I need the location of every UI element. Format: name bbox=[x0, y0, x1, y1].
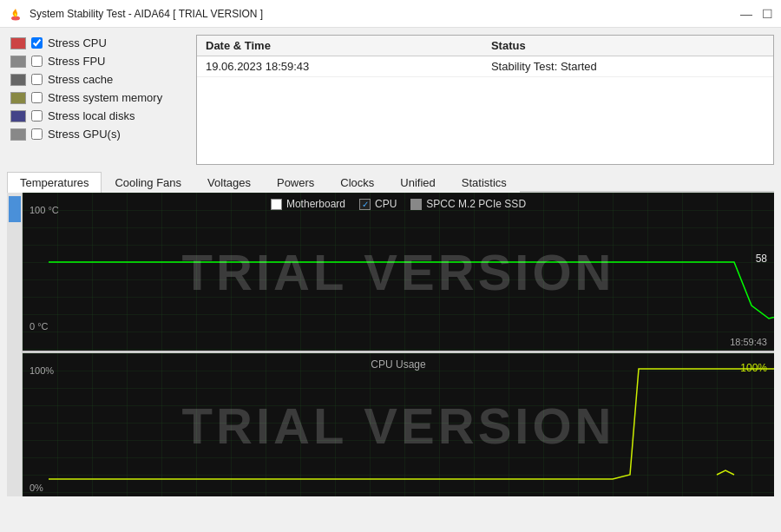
legend-item-0: Motherboard bbox=[271, 198, 345, 210]
legend-item-2: SPCC M.2 PCIe SSD bbox=[410, 198, 526, 210]
checkbox-panel: Stress CPUStress FPUStress cacheStress s… bbox=[7, 35, 189, 165]
checkbox-row-stress-memory[interactable]: Stress system memory bbox=[7, 89, 189, 106]
checkbox-input-stress-cpu[interactable] bbox=[31, 37, 43, 49]
tab-temperatures[interactable]: Temperatures bbox=[7, 172, 102, 193]
title-bar: System Stability Test - AIDA64 [ TRIAL V… bbox=[0, 0, 781, 28]
log-status: Stability Test: Started bbox=[482, 56, 773, 77]
checkbox-label-stress-gpus: Stress GPU(s) bbox=[48, 128, 121, 141]
legend-color-2 bbox=[410, 199, 422, 210]
main-content: Stress CPUStress FPUStress cacheStress s… bbox=[0, 28, 781, 503]
temp-chart: Motherboard✓CPUSPCC M.2 PCIe SSD bbox=[23, 193, 774, 353]
chart1-x-right: 18:59:43 bbox=[730, 337, 767, 347]
checkbox-label-stress-memory: Stress system memory bbox=[48, 91, 162, 104]
scroll-thumb[interactable] bbox=[9, 196, 21, 222]
chart2-title: CPU Usage bbox=[23, 358, 774, 371]
tab-clocks[interactable]: Clocks bbox=[327, 172, 387, 193]
log-row: 19.06.2023 18:59:43Stability Test: Start… bbox=[197, 56, 773, 77]
app-icon bbox=[9, 7, 23, 21]
tabs-bar: TemperaturesCooling FansVoltagesPowersCl… bbox=[7, 170, 774, 193]
svg-rect-4 bbox=[23, 353, 774, 496]
checkbox-icon-stress-gpus bbox=[10, 128, 26, 141]
cpu-chart-grid bbox=[23, 353, 774, 496]
checkbox-row-stress-disks[interactable]: Stress local disks bbox=[7, 108, 189, 124]
legend-label-2: SPCC M.2 PCIe SSD bbox=[426, 198, 526, 210]
checkbox-row-stress-cache[interactable]: Stress cache bbox=[7, 71, 189, 88]
col-datetime: Date & Time bbox=[197, 36, 482, 56]
col-status: Status bbox=[482, 36, 773, 56]
svg-rect-2 bbox=[23, 193, 774, 351]
maximize-button[interactable]: ☐ bbox=[762, 9, 772, 19]
checkbox-icon-stress-cpu bbox=[10, 37, 26, 49]
scroll-indicator[interactable] bbox=[7, 193, 23, 496]
title-bar-controls: — ☐ bbox=[741, 9, 772, 19]
chart2-y-bottom: 0% bbox=[30, 483, 43, 493]
top-section: Stress CPUStress FPUStress cacheStress s… bbox=[7, 35, 774, 165]
checkbox-label-stress-disks: Stress local disks bbox=[48, 109, 135, 122]
log-tbody: 19.06.2023 18:59:43Stability Test: Start… bbox=[197, 56, 773, 77]
legend-color-0 bbox=[271, 199, 282, 210]
temp-chart-grid bbox=[23, 193, 774, 351]
checkbox-label-stress-cache: Stress cache bbox=[48, 73, 113, 86]
checkbox-row-stress-cpu[interactable]: Stress CPU bbox=[7, 35, 189, 51]
legend-item-1: ✓CPU bbox=[359, 198, 397, 210]
tab-powers[interactable]: Powers bbox=[264, 172, 327, 193]
checkbox-icon-stress-fpu bbox=[10, 56, 26, 68]
checkbox-input-stress-cache[interactable] bbox=[31, 74, 43, 85]
charts-area: Motherboard✓CPUSPCC M.2 PCIe SSD bbox=[7, 193, 774, 496]
minimize-button[interactable]: — bbox=[741, 9, 751, 19]
legend-label-1: CPU bbox=[375, 198, 397, 210]
chart1-legend: Motherboard✓CPUSPCC M.2 PCIe SSD bbox=[23, 198, 774, 210]
window-title: System Stability Test - AIDA64 [ TRIAL V… bbox=[30, 8, 263, 20]
title-bar-left: System Stability Test - AIDA64 [ TRIAL V… bbox=[9, 7, 263, 21]
checkbox-input-stress-memory[interactable] bbox=[31, 92, 43, 103]
legend-color-1: ✓ bbox=[359, 199, 371, 210]
chart1-value: 58 bbox=[756, 253, 767, 265]
checkbox-icon-stress-disks bbox=[10, 110, 26, 122]
chart1-y-bottom: 0 °C bbox=[30, 321, 49, 332]
checkbox-icon-stress-memory bbox=[10, 92, 26, 104]
charts-row: Motherboard✓CPUSPCC M.2 PCIe SSD bbox=[7, 193, 774, 496]
tab-statistics[interactable]: Statistics bbox=[449, 172, 520, 193]
log-datetime: 19.06.2023 18:59:43 bbox=[197, 56, 482, 77]
tab-unified[interactable]: Unified bbox=[387, 172, 448, 193]
checkbox-input-stress-disks[interactable] bbox=[31, 110, 43, 122]
cpu-chart: CPU Usage TRIAL V bbox=[23, 353, 774, 496]
checkbox-row-stress-gpus[interactable]: Stress GPU(s) bbox=[7, 126, 189, 142]
legend-label-0: Motherboard bbox=[286, 198, 345, 210]
log-table: Date & Time Status 19.06.2023 18:59:43St… bbox=[197, 36, 773, 77]
checkbox-input-stress-fpu[interactable] bbox=[31, 56, 43, 67]
charts-main: Motherboard✓CPUSPCC M.2 PCIe SSD bbox=[23, 193, 774, 496]
tab-voltages[interactable]: Voltages bbox=[194, 172, 264, 193]
checkbox-icon-stress-cache bbox=[10, 74, 26, 86]
checkbox-label-stress-fpu: Stress FPU bbox=[48, 55, 105, 68]
checkbox-row-stress-fpu[interactable]: Stress FPU bbox=[7, 53, 189, 69]
checkbox-input-stress-gpus[interactable] bbox=[31, 128, 43, 140]
log-table-container: Date & Time Status 19.06.2023 18:59:43St… bbox=[196, 35, 774, 165]
tab-cooling-fans[interactable]: Cooling Fans bbox=[102, 172, 194, 193]
checkbox-label-stress-cpu: Stress CPU bbox=[48, 36, 107, 49]
